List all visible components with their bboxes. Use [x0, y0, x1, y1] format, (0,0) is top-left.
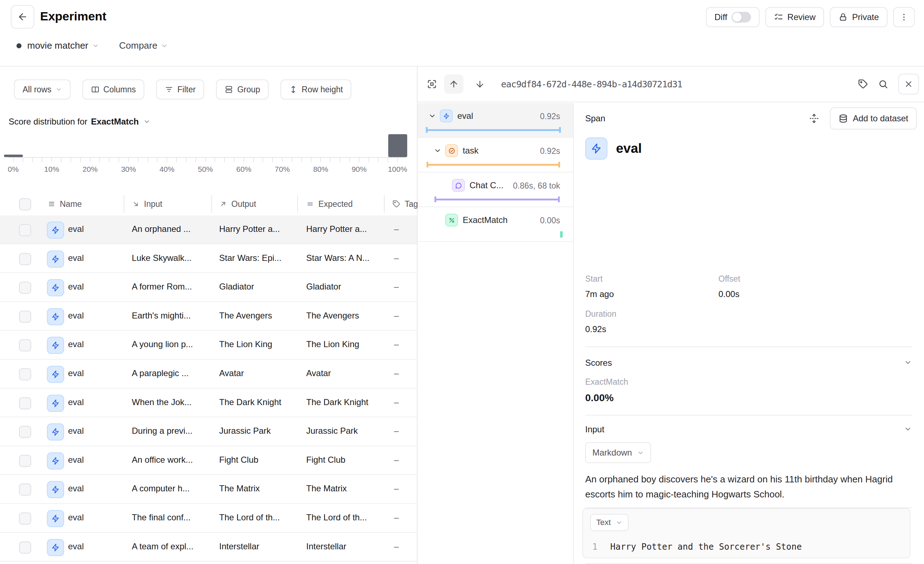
arrow-up-icon [449, 79, 459, 89]
column-header-output[interactable]: Output [219, 193, 256, 215]
toggle-knob [732, 12, 742, 22]
span-type-chip [445, 144, 458, 157]
axis-tick [291, 158, 292, 162]
column-separator[interactable] [384, 195, 385, 212]
table-row[interactable]: eval Earth's mighti... The Avengers The … [0, 302, 417, 331]
row-checkbox[interactable] [19, 397, 31, 409]
chevron-down-icon[interactable] [434, 147, 442, 155]
table-row[interactable]: eval Luke Skywalk... Star Wars: Epi... S… [0, 244, 417, 274]
span-timeline-bar [560, 231, 562, 238]
table-row[interactable]: eval A computer h... The Matrix The Matr… [0, 475, 417, 504]
add-to-dataset-button[interactable]: Add to dataset [830, 107, 917, 130]
table-row[interactable]: eval The final conf... The Lord of th...… [0, 504, 417, 533]
table-row[interactable]: eval A paraplegic ... Avatar Avatar – [0, 360, 417, 389]
row-expected: The Dark Knight [306, 397, 388, 407]
back-button[interactable] [11, 5, 34, 28]
all-rows-dropdown[interactable]: All rows [14, 79, 70, 99]
chevron-down-icon[interactable] [428, 112, 436, 120]
histogram-bar[interactable] [4, 155, 23, 157]
column-separator[interactable] [123, 195, 124, 212]
score-name: ExactMatch [585, 377, 628, 387]
zap-icon [51, 457, 60, 465]
search-icon[interactable] [878, 79, 888, 89]
span-timeline-bar [426, 127, 561, 133]
row-expected: Star Wars: A N... [306, 253, 388, 263]
chevron-down-icon[interactable] [904, 359, 912, 367]
expand-fullscreen-icon[interactable] [426, 79, 437, 90]
row-checkbox[interactable] [19, 368, 31, 380]
more-menu-button[interactable] [893, 7, 915, 27]
score-distribution-label: Score distribution for [9, 117, 87, 127]
private-button[interactable]: Private [830, 7, 888, 27]
filter-button[interactable]: Filter [156, 79, 204, 99]
trace-span-item[interactable]: ExactMatch 0.00s [418, 207, 573, 242]
row-checkbox[interactable] [19, 311, 31, 323]
axis-tick [90, 158, 91, 162]
table-row[interactable]: eval An orphaned ... Harry Potter a... H… [0, 215, 417, 244]
section-divider [585, 346, 912, 347]
histogram-bar[interactable] [388, 134, 407, 157]
trace-span-item[interactable]: Chat C... 0.86s, 68 tok [418, 172, 573, 207]
column-header-expected[interactable]: Expected [306, 193, 353, 215]
table-row[interactable]: eval A young lion p... The Lion King The… [0, 331, 417, 360]
previous-row-button[interactable] [444, 75, 464, 94]
checklist-icon [774, 12, 783, 22]
row-name: eval [68, 282, 118, 292]
column-header-input[interactable]: Input [132, 193, 162, 215]
score-distribution-header[interactable]: Score distribution for ExactMatch [9, 117, 150, 127]
tag-icon[interactable] [858, 79, 868, 89]
next-row-button[interactable] [470, 75, 490, 94]
expected-format-label: Text [596, 518, 610, 527]
table-row[interactable]: eval A team of expl... Interstellar Inte… [0, 533, 417, 562]
row-checkbox[interactable] [19, 282, 31, 294]
group-button[interactable]: Group [216, 79, 268, 99]
row-checkbox[interactable] [19, 542, 31, 554]
row-output: Interstellar [219, 542, 301, 552]
row-checkbox[interactable] [19, 483, 31, 496]
table-row[interactable]: eval An office work... Fight Club Fight … [0, 446, 417, 475]
diff-toggle-button[interactable]: Diff [706, 7, 760, 27]
row-checkbox[interactable] [19, 339, 31, 352]
trace-span-item[interactable]: eval 0.92s [418, 103, 573, 138]
select-all-checkbox[interactable] [19, 198, 31, 211]
review-button[interactable]: Review [765, 7, 824, 27]
table-row[interactable]: eval When the Jok... The Dark Knight The… [0, 389, 417, 417]
row-output: The Lion King [219, 339, 301, 349]
column-separator[interactable] [211, 195, 212, 212]
input-format-dropdown[interactable]: Markdown [585, 442, 651, 463]
span-title: eval [616, 141, 642, 156]
span-type-icon [455, 182, 462, 189]
close-panel-button[interactable] [898, 74, 919, 94]
chevron-down-icon[interactable] [904, 425, 912, 433]
chevron-down-icon[interactable] [161, 42, 168, 49]
table-row[interactable]: eval A former Rom... Gladiator Gladiator… [0, 273, 417, 302]
expand-sections-icon[interactable] [809, 114, 819, 123]
expected-format-dropdown[interactable]: Text [590, 514, 628, 531]
diff-toggle[interactable] [732, 12, 751, 22]
arrow-up-right-icon [219, 200, 227, 208]
experiment-name-dropdown[interactable]: movie matcher [27, 40, 88, 51]
chevron-down-icon[interactable] [92, 42, 99, 49]
span-timeline-bar [434, 196, 560, 202]
row-height-button[interactable]: Row height [280, 79, 351, 99]
column-header-name[interactable]: Name [48, 193, 82, 215]
row-checkbox[interactable] [19, 512, 31, 525]
axis-tick [234, 158, 235, 162]
compare-dropdown[interactable]: Compare [119, 40, 158, 51]
columns-button[interactable]: Columns [82, 79, 145, 99]
row-checkbox[interactable] [19, 455, 31, 467]
eval-row-chip [47, 366, 64, 383]
line-number: 1 [583, 542, 607, 552]
column-separator[interactable] [297, 195, 298, 212]
table-row[interactable]: eval During a previ... Jurassic Park Jur… [0, 417, 417, 446]
row-checkbox[interactable] [19, 426, 31, 438]
row-input: A paraplegic ... [132, 368, 209, 378]
row-checkbox[interactable] [19, 224, 31, 236]
score-distribution-chart[interactable]: 0%10%20%30%40%50%60%70%80%90%100% [9, 134, 406, 173]
span-name: task [463, 146, 478, 156]
row-checkbox[interactable] [19, 253, 31, 265]
row-tags: – [394, 455, 412, 465]
trace-span-item[interactable]: task 0.92s [418, 138, 573, 172]
row-name: eval [68, 311, 118, 321]
start-label: Start [585, 274, 603, 284]
